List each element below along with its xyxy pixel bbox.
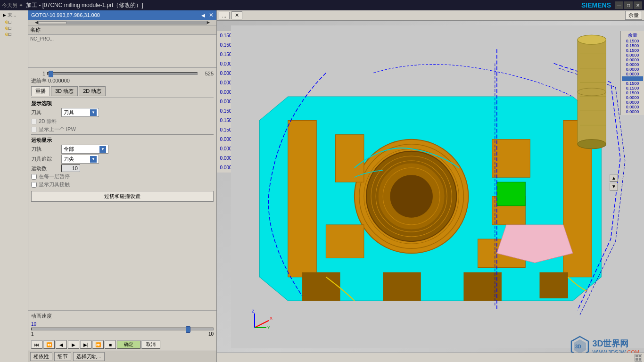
checkbox-contact-label: 显示刀具接触 [39,181,70,188]
svg-rect-19 [497,182,525,206]
minimize-btn[interactable]: — [615,1,623,9]
cancel-btn[interactable]: 取消 [141,340,160,349]
right-panel-title: 余量 [628,32,637,39]
rnum-13: 0.0000 [626,100,639,105]
rnum-12: 0.0000 [626,95,639,100]
tab-replay[interactable]: 重播 [31,86,50,96]
goto-command: GOTO/-10.993,87.986,31.000 [31,12,100,18]
h-scrollbar[interactable]: ◀ ▶ [28,20,216,25]
tree-child-2[interactable]: ⊕ □ [5,25,27,31]
btn-stop[interactable]: ■ [105,340,116,349]
tab-details[interactable]: 细节 [54,352,71,361]
vp-btn-extra[interactable]: ... [219,12,230,19]
step-slider-thumb[interactable] [49,71,53,77]
vp-btn-close[interactable]: ✕ [231,11,242,19]
svg-point-23 [578,35,606,44]
main-layout: ▶ 末... ⊕ □ ⊕ □ ⊖ □ GOTO/-10.993,87.986,3… [0,10,644,362]
close-btn[interactable]: ✕ [634,1,642,9]
checkbox-contact[interactable] [31,182,37,188]
tree-child-label: □ [8,19,11,25]
btn-jump-start[interactable]: ⏮ [31,340,42,349]
svg-rect-4 [539,272,568,298]
anim-speed-label: 动画速度 [31,313,52,319]
confirm-btn[interactable]: 确定 [117,340,140,349]
tab-2d-dynamic[interactable]: 2D 动态 [79,86,106,96]
tab-dependency[interactable]: 相依性 [30,352,52,361]
vp-scroll-down[interactable]: ▼ [610,183,618,190]
anim-slider-thumb[interactable] [186,326,190,333]
viewport: ... ✕ 余量 0.1500 0.1500 0.1500 0.0000 0.0… [217,10,644,362]
rnum-10: 0.1500 [626,86,639,90]
anim-min-label: 1 [31,331,34,337]
title-text: 加工 - [07CNC milling module-1.prt（修改的）] [26,1,143,9]
feed-rate-label: 进给率 0.000000 [31,77,70,84]
playback-section: ⏮ ⏪ ◀ ▶ ▶| ⏩ ■ 确定 取消 [28,338,216,351]
toolpath-dropdown-arrow[interactable]: ▼ [99,146,106,153]
scroll-left-btn[interactable]: ◀ [201,13,205,18]
anim-slider-track-row [31,328,214,330]
siemens-logo: SIEMENS [581,1,611,9]
movecount-label: 运动数 [31,165,59,172]
axis-svg: X Y Z [245,309,273,337]
tree-child-1[interactable]: ⊕ □ [5,19,27,25]
overlap-settings-btn[interactable]: 过切和碰撞设置 [31,191,214,202]
checkbox-2d[interactable] [31,119,37,124]
tree-child-3[interactable]: ⊖ □ [5,31,27,37]
tree-root[interactable]: ▶ 末... [1,11,27,19]
right-side-panel: 余量 0.1500 0.1500 0.1500 0.0000 0.0000 0.… [620,31,644,115]
toolpath-dropdown[interactable]: 全部 ▼ [61,145,108,154]
btn-next[interactable]: ▶| [80,340,91,349]
checkbox-ipw-label: 显示上一个 IPW [39,126,76,133]
vp-scroll-up[interactable]: ▲ [610,174,618,182]
vp-scroll-right: ▲ ▼ [610,174,618,190]
btn-play[interactable]: ▶ [68,340,79,349]
tooltrace-dropdown-arrow[interactable]: ▼ [90,156,97,163]
checkbox-ipw[interactable] [31,127,37,132]
tree-label: 末... [8,12,16,18]
status-bar [217,353,644,362]
scroll-right-arr[interactable]: ▶ [207,20,210,25]
btn-step-fwd[interactable]: ⏩ [92,340,104,349]
svg-point-8 [390,175,433,218]
app-menu[interactable]: 今天另 ✦ [2,2,23,9]
anim-slider-track[interactable] [31,328,214,330]
vp-btn-remainder[interactable]: 余量 [625,11,642,20]
tree-icon-yellow2: ⊕ [5,25,8,31]
step-slider-track[interactable] [47,72,198,75]
tab-3d-dynamic[interactable]: 3D 动态 [51,86,78,96]
svg-point-24 [578,140,606,149]
expand-icon[interactable]: ▶ [1,12,8,18]
svg-text:Y: Y [267,325,270,330]
checkbox-pause[interactable] [31,174,37,180]
tool-dropdown-arrow[interactable]: ▼ [90,109,97,116]
step-min-label: 1 [31,71,45,76]
close-viz-btn[interactable]: ✕ [209,12,214,18]
movecount-input[interactable]: 10 [61,165,80,172]
tooltrace-dropdown[interactable]: 刀尖 ▼ [61,155,99,164]
rnum-15: 0.0000 [626,109,639,114]
scroll-track[interactable] [38,21,207,25]
rnum-2: 0.1500 [626,43,639,48]
grid-view-btn[interactable] [635,354,642,362]
tooltrace-dropdown-value: 刀尖 [64,156,89,163]
svg-rect-15 [492,140,530,178]
svg-text:Z: Z [252,309,255,313]
tool-dropdown[interactable]: 刀具 ▼ [61,108,99,117]
svg-rect-22 [578,40,606,144]
tree-icon-yellow3: ⊖ [5,32,8,37]
nc-tree-root[interactable]: NC_PRO... [30,36,215,42]
btn-step-back[interactable]: ⏪ [43,340,55,349]
rnum-7: 0.0000 [626,67,639,72]
tab-select-toolpath[interactable]: 选择刀轨... [73,352,105,361]
maximize-btn[interactable]: □ [624,1,633,9]
divider-1 [31,98,214,98]
tool-viz-panel: GOTO/-10.993,87.986,31.000 ◀ ✕ ◀ ▶ 名称 NC… [28,10,217,362]
title-controls[interactable]: — □ ✕ [615,1,642,9]
tree-icon-yellow: ⊕ [5,19,8,25]
svg-rect-2 [383,272,421,301]
checkbox-2d-label: 2D 除料 [39,118,57,125]
rnum-3: 0.1500 [626,48,639,53]
tooltrace-label: 刀具追踪 [31,156,59,163]
btn-prev[interactable]: ◀ [56,340,67,349]
toolpath-label: 刀轨 [31,146,59,153]
